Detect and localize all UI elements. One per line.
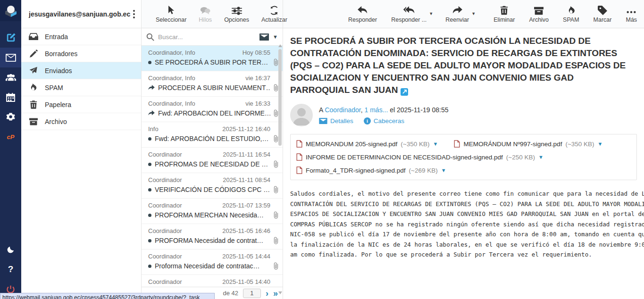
folder-papelera[interactable]: Papelera <box>21 96 141 113</box>
attachment-menu-icon[interactable]: ▼ <box>433 141 438 147</box>
list-item[interactable]: Coordinador2025-11-05 16:46 PROFORMA Nec… <box>142 224 283 249</box>
list-item[interactable]: Info2025-11-12 16:40 Fwd: APROBACIÓN DEL… <box>142 122 283 148</box>
pdf-file-icon <box>296 153 302 161</box>
list-scrollbar[interactable] <box>278 46 282 287</box>
reply-all-button[interactable]: Responder ... ▼ <box>387 5 430 23</box>
threads-button[interactable]: Hilos <box>195 5 216 23</box>
list-item[interactable]: Coordinador2025-11-11 16:54 PROFROMAS DE… <box>142 148 283 173</box>
attachment-menu-icon[interactable]: ▼ <box>598 141 603 147</box>
message-view-panel: Responder Responder ... ▼ Reenviar ▼ <box>283 0 644 299</box>
nav-item-contacts[interactable] <box>0 67 21 87</box>
attachment-item[interactable]: MEMORÁNDUM Nº997-signed.pdf (~350 KB) ▼ <box>454 137 602 150</box>
folder-entrada[interactable]: Entrada <box>21 28 141 45</box>
folder-spam[interactable]: SPAM <box>21 79 141 96</box>
mark-button[interactable]: Marcar <box>590 5 616 23</box>
fire-icon <box>567 5 575 15</box>
attachment-menu-icon[interactable]: ▼ <box>538 154 544 160</box>
search-options-chevron-icon[interactable]: ▼ <box>273 34 278 40</box>
gear-icon <box>6 112 16 122</box>
details-toggle[interactable]: Detalles <box>319 117 353 125</box>
folder-label: Entrada <box>45 33 68 41</box>
folder-label: Archivo <box>45 118 67 125</box>
list-toolbar: Seleccionar Hilos Opciones Actualizar <box>142 0 283 28</box>
compose-button[interactable] <box>0 28 21 48</box>
nav-item-settings[interactable] <box>0 107 21 127</box>
more-recipients-link[interactable]: 1 más... <box>365 106 388 114</box>
account-header: jesusgavilanes@sanjuan.gob.ec <box>21 0 141 28</box>
list-item[interactable]: Coordinador, Infovie 16:33 Fwd: APROBACI… <box>142 97 283 122</box>
headers-toggle[interactable]: i Cabeceras <box>364 117 404 125</box>
more-button[interactable]: Más <box>622 5 641 23</box>
trash-icon <box>500 5 508 15</box>
forward-caret-icon[interactable]: ▼ <box>471 11 476 16</box>
list-item[interactable]: Coordinador2025-11-11 08:54 VERIFICACIÓN… <box>142 173 283 199</box>
attachment-menu-icon[interactable]: ▼ <box>441 167 446 173</box>
info-icon: i <box>364 117 371 125</box>
attachment-item[interactable]: MEMORANDUM 205-signed.pdf (~350 KB) ▼ <box>296 137 438 150</box>
archive-button[interactable]: Archivo <box>525 5 552 23</box>
help-button[interactable]: ? <box>0 259 21 279</box>
account-menu-button[interactable] <box>130 8 138 20</box>
fire-icon <box>29 83 38 92</box>
unread-dot-icon <box>148 214 151 217</box>
unread-dot-icon <box>148 61 151 64</box>
cursor-icon <box>167 5 175 15</box>
unread-dot-icon <box>148 137 151 141</box>
dark-mode-button[interactable] <box>0 240 21 259</box>
last-page-icon[interactable]: » <box>273 290 278 297</box>
attachment-item[interactable]: INFORME DE DETERMINACION DE NECESIDAD-si… <box>296 150 631 164</box>
folder-label: Borradores <box>45 50 77 58</box>
pencil-icon <box>29 50 38 58</box>
message-list-panel: Seleccionar Hilos Opciones Actualizar <box>142 0 283 299</box>
list-item[interactable]: Coordinador, InfoHoy 08:55 SE PROCEDRÁ A… <box>142 46 283 71</box>
nav-rail: cP ? <box>0 0 21 299</box>
nav-item-cpanel[interactable]: cP <box>0 127 21 147</box>
search-input[interactable] <box>158 33 256 41</box>
list-item[interactable]: Coordinador, Infovie 16:37 PROCEDER A SU… <box>142 71 283 97</box>
options-button[interactable]: Opciones <box>220 5 253 23</box>
unread-dot-icon <box>148 239 151 242</box>
select-button[interactable]: Seleccionar <box>152 5 190 23</box>
nav-item-mail[interactable] <box>0 48 21 67</box>
webmail-app: cP ? jesusgavilanes@sanjuan.gob.ec Entra… <box>0 0 644 299</box>
refresh-icon <box>269 5 279 15</box>
delete-button[interactable]: Eliminar <box>490 5 519 23</box>
next-page-icon[interactable]: › <box>266 290 268 297</box>
pdf-file-icon <box>296 140 302 148</box>
cpanel-icon: cP <box>7 133 15 141</box>
forwarded-icon <box>148 110 155 116</box>
forward-button[interactable]: Reenviar ▼ <box>442 5 473 23</box>
pdf-file-icon <box>454 140 460 148</box>
folder-enviados[interactable]: Enviados <box>21 62 141 79</box>
mail-icon <box>6 54 16 62</box>
folder-label: SPAM <box>45 84 63 91</box>
message-body: Saludos cordiales, el motivo del present… <box>290 189 637 260</box>
reply-button[interactable]: Responder <box>344 5 381 23</box>
scroll-down-icon[interactable] <box>278 291 282 294</box>
recipients-line: A Coordinador, 1 más... el 2025-11-19 08… <box>319 106 449 114</box>
page-input[interactable]: 1 <box>243 289 261 298</box>
external-link-icon[interactable] <box>401 88 408 96</box>
list-item[interactable]: Coordinador2025-11-05 14:44 Proforma Nec… <box>142 249 283 275</box>
scroll-up-icon[interactable] <box>278 44 282 47</box>
folders-panel: jesusgavilanes@sanjuan.gob.ec Entrada Bo… <box>21 0 142 299</box>
recipient-link[interactable]: Coordinador <box>325 106 360 114</box>
message-content: SE PROCEDRÁ A SUBIR POR TERCERA OCASIÓN … <box>283 28 644 299</box>
scrollbar-thumb[interactable] <box>278 49 282 146</box>
refresh-button[interactable]: Actualizar <box>258 5 291 23</box>
list-item[interactable]: Coordinador2025-11-05 14:40 <box>142 275 283 287</box>
folder-archivo[interactable]: Archivo <box>21 113 141 130</box>
contacts-icon <box>5 74 17 82</box>
attachment-item[interactable]: Formato_4_TDR-signed-signed.pdf (~269 KB… <box>296 164 631 177</box>
sliders-icon <box>232 5 242 15</box>
folder-label: Papelera <box>45 101 71 108</box>
reply-all-caret-icon[interactable]: ▼ <box>429 11 433 16</box>
nav-item-calendar[interactable] <box>0 87 21 107</box>
message-rows: Coordinador, InfoHoy 08:55 SE PROCEDRÁ A… <box>142 46 283 287</box>
statusbar-url-tooltip: https://webmail.sanjuan.gob.ec/cpsess457… <box>0 293 215 299</box>
search-scope-icon[interactable] <box>259 33 269 41</box>
spam-button[interactable]: SPAM <box>559 5 583 23</box>
list-item[interactable]: Coordinador2025-11-07 13:59 PROFORMA MER… <box>142 199 283 224</box>
folder-borradores[interactable]: Borradores <box>21 45 141 62</box>
moon-icon <box>7 245 15 254</box>
